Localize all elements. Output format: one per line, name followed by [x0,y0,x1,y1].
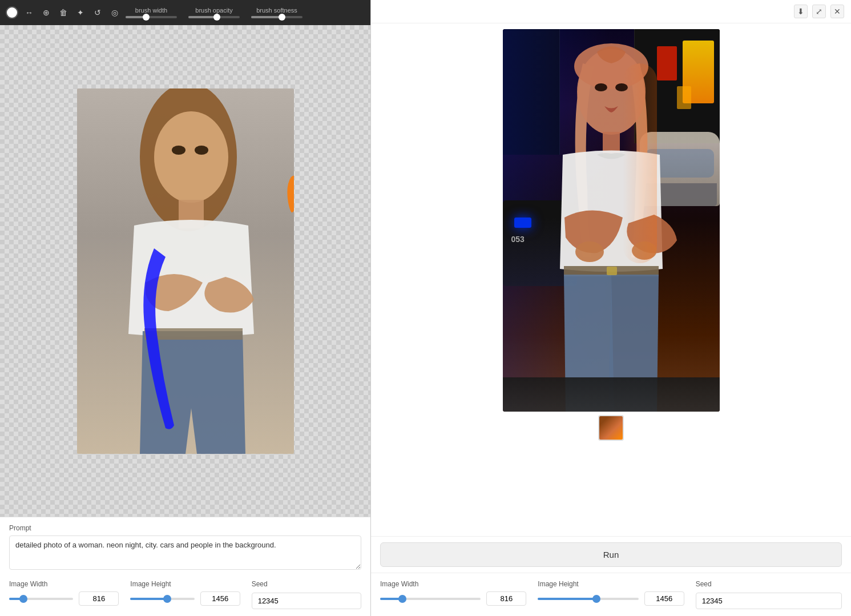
svg-point-11 [575,241,604,262]
output-woman-svg [503,29,720,412]
right-image-width-slider[interactable] [380,598,481,600]
brush-controls: brush width brush opacity brush softness [126,7,365,18]
add-tool-icon[interactable]: ⊕ [40,6,53,19]
brush-width-label: brush width [135,7,167,14]
right-seed-label: Seed [696,580,842,588]
brush-softness-control: brush softness [251,7,303,18]
right-seed-input[interactable] [696,593,842,609]
right-image-width-input[interactable] [486,591,526,606]
image-height-label: Image Height [130,580,240,588]
move-tool-icon[interactable]: ↔ [23,6,35,19]
seed-label: Seed [252,580,361,588]
right-image-width-row [380,591,526,606]
brush-opacity-slider[interactable] [188,16,240,18]
magic-tool-icon[interactable]: ✦ [74,6,87,19]
image-width-slider[interactable] [9,598,73,600]
right-image-height-slider[interactable] [538,598,638,600]
right-image-height-input[interactable] [644,591,684,606]
brush-opacity-label: brush opacity [195,7,232,14]
image-height-input-row [130,591,240,606]
image-width-input[interactable] [79,591,119,606]
svg-point-5 [195,146,208,155]
svg-rect-3 [144,328,243,340]
right-content: 053 [371,23,851,536]
output-thumbnail[interactable] [598,415,624,441]
brush-width-slider[interactable] [126,16,177,18]
brush-width-control: brush width [126,7,177,18]
thumbnail-strip [595,412,627,444]
photo-background [77,88,294,454]
right-image-width-group: Image Width [380,580,526,609]
checker-right [291,25,370,517]
checker-left [0,25,74,517]
right-image-height-label: Image Height [538,580,684,588]
paint-overlay [77,88,294,454]
run-button[interactable]: Run [380,542,842,567]
svg-rect-15 [623,63,657,263]
city-scene: 053 [503,29,720,412]
right-panel: ⬇ ⤢ ✕ [371,0,851,616]
right-image-height-group: Image Height [538,580,684,609]
right-image-width-label: Image Width [380,580,526,588]
close-icon[interactable]: ✕ [830,5,844,18]
seed-input[interactable] [252,593,361,609]
brush-softness-label: brush softness [256,7,297,14]
download-icon[interactable]: ⬇ [794,5,808,18]
right-top-bar: ⬇ ⤢ ✕ [371,0,851,23]
image-height-group: Image Height [130,580,240,609]
expand-icon[interactable]: ⤢ [812,5,826,18]
image-height-slider[interactable] [130,598,194,600]
svg-rect-2 [179,200,204,228]
lasso-tool-icon[interactable]: ◎ [108,6,121,19]
delete-tool-icon[interactable]: 🗑 [57,6,70,19]
bottom-section: Prompt Image Width Image Height [0,517,370,616]
brush-softness-slider[interactable] [251,16,303,18]
left-panel: ↔ ⊕ 🗑 ✦ ↺ ◎ brush width brush opacity [0,0,371,616]
brush-opacity-control: brush opacity [188,7,240,18]
canvas-container[interactable] [77,88,294,454]
prompt-textarea[interactable] [9,536,361,570]
right-params-row: Image Width Image Height Seed [371,573,851,616]
output-image: 053 [503,29,720,412]
right-seed-group: Seed [696,580,842,609]
image-height-input[interactable] [200,591,240,606]
canvas-area[interactable] [0,25,370,517]
params-row: Image Width Image Height [9,580,361,609]
svg-point-1 [154,111,228,203]
prompt-label: Prompt [9,524,361,532]
toolbar: ↔ ⊕ 🗑 ✦ ↺ ◎ brush width brush opacity [0,0,370,25]
right-image-height-row [538,591,684,606]
svg-point-8 [595,83,607,91]
image-width-group: Image Width [9,580,119,609]
seed-group: Seed [252,580,361,609]
svg-rect-14 [607,267,617,275]
undo-tool-icon[interactable]: ↺ [91,6,104,19]
run-button-container: Run [371,536,851,573]
image-width-label: Image Width [9,580,119,588]
svg-point-0 [140,88,237,231]
image-width-input-row [9,591,119,606]
svg-point-4 [172,146,185,155]
brush-color-swatch[interactable] [6,6,18,19]
